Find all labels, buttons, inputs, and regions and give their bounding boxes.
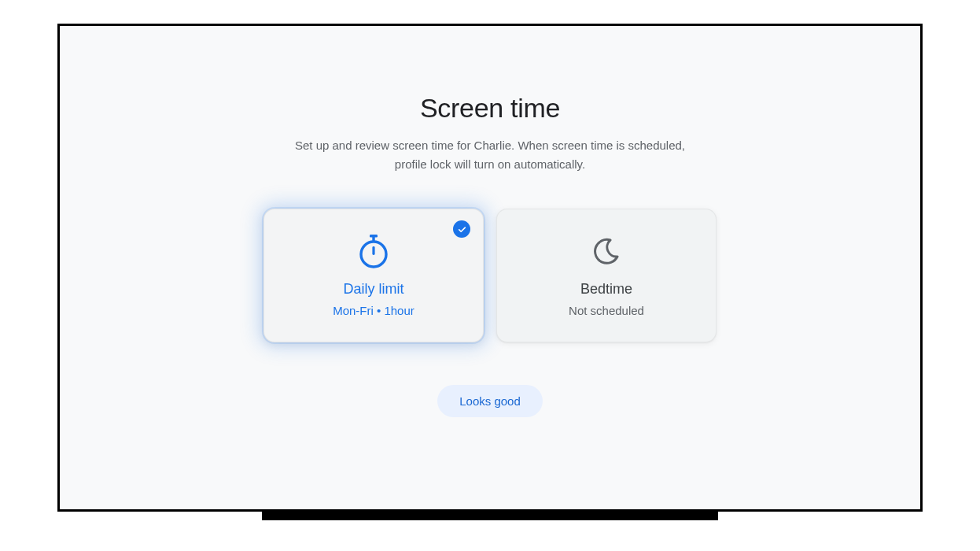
- daily-limit-subtitle: Mon-Fri • 1hour: [333, 304, 414, 317]
- tv-screen-frame: Screen time Set up and review screen tim…: [57, 24, 923, 512]
- bedtime-subtitle: Not scheduled: [569, 304, 644, 317]
- looks-good-button[interactable]: Looks good: [437, 385, 543, 417]
- svg-rect-1: [372, 236, 374, 241]
- daily-limit-card[interactable]: Daily limit Mon-Fri • 1hour: [263, 209, 484, 342]
- bedtime-card[interactable]: Bedtime Not scheduled: [496, 209, 717, 342]
- option-cards-row: Daily limit Mon-Fri • 1hour Bedtime Not …: [263, 209, 717, 342]
- svg-rect-3: [372, 246, 374, 255]
- screen-time-content: Screen time Set up and review screen tim…: [60, 26, 920, 417]
- bedtime-title: Bedtime: [580, 281, 632, 298]
- daily-limit-title: Daily limit: [343, 281, 403, 298]
- page-subtitle: Set up and review screen time for Charli…: [286, 136, 694, 174]
- page-title: Screen time: [420, 93, 560, 124]
- stopwatch-icon: [358, 234, 389, 268]
- tv-stand: [262, 512, 718, 520]
- check-icon: [453, 220, 470, 238]
- moon-icon: [591, 234, 621, 268]
